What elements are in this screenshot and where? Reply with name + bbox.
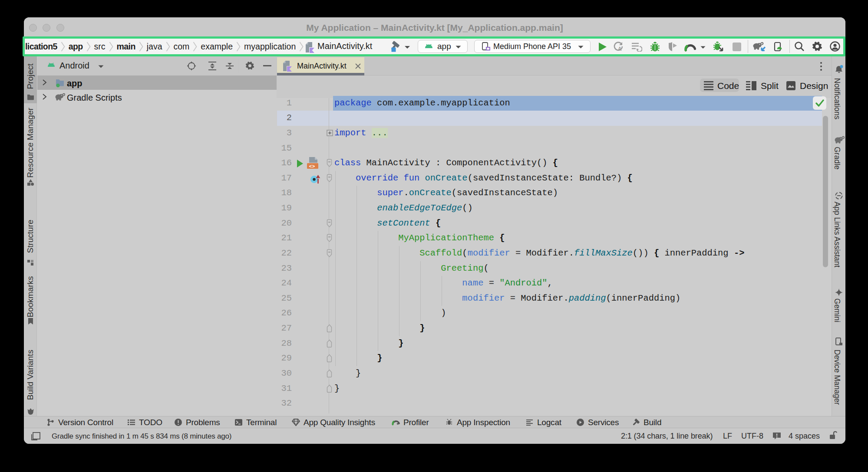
svg-text:<>: <> <box>309 164 315 169</box>
svg-text:A: A <box>618 46 622 52</box>
